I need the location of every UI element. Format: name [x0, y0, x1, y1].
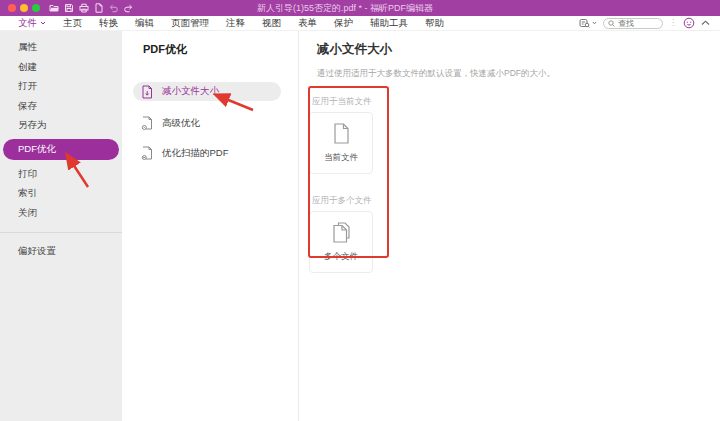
current-file-button[interactable]: 当前文件 — [309, 112, 373, 174]
sidebar-item-close[interactable]: 关闭 — [0, 204, 122, 224]
panel-title: PDF优化 — [143, 42, 298, 57]
pdf-optimize-panel: PDF优化 减小文件大小 高级优化 优化扫描的PDF — [122, 31, 299, 421]
sidebar-item-save[interactable]: 保存 — [0, 97, 122, 117]
sidebar-item-preferences[interactable]: 偏好设置 — [0, 242, 122, 262]
zoom-window-button[interactable] — [32, 4, 40, 12]
search-input[interactable] — [618, 19, 658, 28]
chevron-down-icon — [40, 21, 46, 25]
sidebar-item-pdf-optimize[interactable]: PDF优化 — [3, 139, 119, 160]
content-description: 通过使用适用于大多数文件的默认设置，快速减小PDF的大小。 — [317, 68, 720, 80]
menu-home[interactable]: 主页 — [63, 17, 82, 30]
menu-file[interactable]: 文件 — [18, 17, 46, 30]
sidebar-item-properties[interactable]: 属性 — [0, 38, 122, 58]
panel-item-optimize-scanned-pdf[interactable]: 优化扫描的PDF — [133, 145, 298, 161]
print-icon[interactable] — [78, 3, 89, 14]
menu-form[interactable]: 表单 — [298, 17, 317, 30]
menu-file-label: 文件 — [18, 17, 37, 30]
panel-item-reduce-file-size[interactable]: 减小文件大小 — [133, 82, 281, 101]
sidebar-item-index[interactable]: 索引 — [0, 184, 122, 204]
app-window: 新人引导(1)55否定的.pdf * - 福昕PDF编辑器 文件 主页 转换 编… — [0, 0, 720, 421]
quick-toolbar — [48, 3, 134, 14]
menu-help[interactable]: 帮助 — [425, 17, 444, 30]
menu-convert[interactable]: 转换 — [99, 17, 118, 30]
backstage-view: 属性 创建 打开 保存 另存为 PDF优化 打印 索引 关闭 偏好设置 PDF优… — [0, 31, 720, 421]
find-dropdown-caret — [592, 21, 597, 25]
menubar: 文件 主页 转换 编辑 页面管理 注释 视图 表单 保护 辅助工具 帮助 ⋮ — [0, 16, 720, 31]
menu-protect[interactable]: 保护 — [334, 17, 353, 30]
section-label-multiple-files: 应用于多个文件 — [312, 195, 720, 207]
redo-icon[interactable] — [123, 3, 134, 14]
current-file-label: 当前文件 — [324, 152, 358, 164]
undo-icon[interactable] — [108, 3, 119, 14]
menu-edit[interactable]: 编辑 — [135, 17, 154, 30]
search-icon — [608, 20, 615, 27]
minimize-window-button[interactable] — [20, 4, 28, 12]
menu-page-organize[interactable]: 页面管理 — [171, 17, 209, 30]
optimize-scanned-icon — [141, 146, 153, 160]
multiple-files-icon — [332, 222, 351, 243]
section-label-current-file: 应用于当前文件 — [312, 96, 720, 108]
menu-accessibility[interactable]: 辅助工具 — [370, 17, 408, 30]
advanced-optimize-icon — [141, 116, 153, 130]
multiple-files-label: 多个文件 — [324, 251, 358, 263]
titlebar: 新人引导(1)55否定的.pdf * - 福昕PDF编辑器 — [0, 0, 720, 16]
menu-comment[interactable]: 注释 — [226, 17, 245, 30]
open-file-icon[interactable] — [48, 3, 59, 14]
panel-item-label: 优化扫描的PDF — [162, 147, 229, 160]
menubar-tools: ⋮ — [579, 17, 710, 29]
sidebar-item-save-as[interactable]: 另存为 — [0, 116, 122, 136]
menu-view[interactable]: 视图 — [262, 17, 281, 30]
panel-item-label: 高级优化 — [162, 117, 200, 130]
sidebar-item-create[interactable]: 创建 — [0, 58, 122, 78]
compress-file-icon — [141, 85, 153, 99]
collapse-ribbon-icon[interactable] — [701, 20, 710, 26]
multiple-files-button[interactable]: 多个文件 — [309, 211, 373, 273]
find-icon — [579, 18, 590, 28]
sidebar-item-print[interactable]: 打印 — [0, 165, 122, 185]
save-icon[interactable] — [63, 3, 74, 14]
content-title: 减小文件大小 — [317, 41, 720, 58]
window-title: 新人引导(1)55否定的.pdf * - 福昕PDF编辑器 — [160, 2, 530, 15]
new-document-icon[interactable] — [93, 3, 104, 14]
sidebar-divider — [0, 232, 122, 233]
panel-item-advanced-optimize[interactable]: 高级优化 — [133, 115, 298, 131]
find-tools[interactable] — [579, 18, 597, 28]
search-box[interactable] — [603, 18, 663, 29]
assistant-icon[interactable] — [683, 17, 695, 29]
close-window-button[interactable] — [8, 4, 16, 12]
single-file-icon — [333, 123, 350, 144]
reduce-file-size-content: 减小文件大小 通过使用适用于大多数文件的默认设置，快速减小PDF的大小。 应用于… — [299, 31, 720, 421]
sidebar-item-pdf-optimize-wrap: PDF优化 — [0, 139, 122, 161]
panel-item-label: 减小文件大小 — [162, 85, 219, 98]
vertical-dots-icon[interactable]: ⋮ — [669, 19, 677, 27]
menu-items: 文件 主页 转换 编辑 页面管理 注释 视图 表单 保护 辅助工具 帮助 — [18, 17, 444, 30]
file-sidebar: 属性 创建 打开 保存 另存为 PDF优化 打印 索引 关闭 偏好设置 — [0, 31, 122, 421]
window-controls — [8, 4, 40, 12]
sidebar-item-open[interactable]: 打开 — [0, 77, 122, 97]
